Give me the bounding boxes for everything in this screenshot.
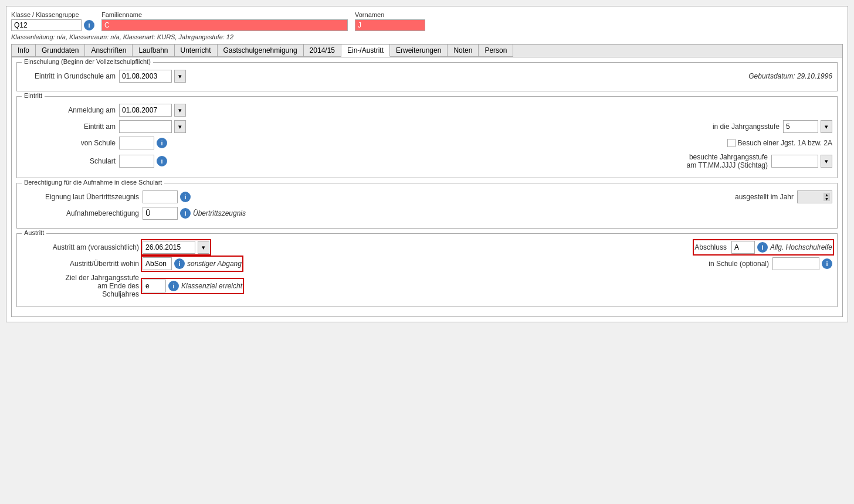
eintritt-grundschule-row: Eintritt in Grundschule am ▾ Geburtsdatu… [22, 70, 832, 83]
austritt-title: Austritt [22, 229, 46, 236]
vornamen-group: Vornamen [355, 11, 425, 31]
jahrgangsstufe-input[interactable] [783, 120, 818, 133]
einschulung-section: Einschulung (Beginn der Vollzeitschulpfl… [16, 62, 838, 91]
familienname-group: Familienname [101, 11, 348, 31]
anmeldung-dropdown[interactable]: ▾ [174, 104, 186, 117]
abschluss-label: Abschluss [694, 243, 727, 251]
tab-ein-austritt[interactable]: Ein-/Austritt [341, 45, 390, 57]
schulart-row: Schulart i besuchte Jahrgangsstufe am TT… [22, 153, 832, 169]
besuch-checkbox[interactable] [727, 139, 736, 147]
ausgestellt-label: ausgestellt im Jahr [711, 193, 794, 201]
eintritt-grundschule-label: Eintritt in Grundschule am [22, 72, 116, 80]
schulart-info-button[interactable]: i [157, 156, 167, 166]
eignung-label: Eignung laut Übertrittszeugnis [22, 193, 139, 201]
eignung-input[interactable] [143, 190, 178, 203]
von-schule-row: von Schule i Besuch einer Jgst. 1A bzw. … [22, 137, 832, 149]
geburtsdatum-text: Geburtsdatum: 29.10.1996 [748, 72, 832, 80]
header: Klasse / Klassengruppe i Familienname Vo… [11, 11, 843, 31]
in-schule-label: in Schule (optional) [675, 260, 769, 268]
austritt-am-input[interactable] [143, 241, 195, 254]
von-schule-label: von Schule [22, 139, 116, 147]
jahrgangsstufe-dropdown[interactable]: ▾ [821, 120, 832, 133]
ausgestellt-input[interactable] [799, 190, 822, 203]
anmeldung-input[interactable] [119, 104, 172, 117]
ausgestellt-spinner: ▲ ▼ [797, 190, 832, 203]
ziel-input[interactable] [143, 280, 166, 292]
klasse-input[interactable] [11, 19, 82, 31]
klasse-info-button[interactable]: i [84, 20, 94, 30]
abschluss-highlight: Abschluss i Allg. Hochschulreife [694, 241, 832, 254]
tab-info[interactable]: Info [12, 45, 36, 57]
tab-noten[interactable]: Noten [448, 45, 479, 57]
austritt-section: Austritt Austritt am (voraussichtlich) ▾… [16, 233, 838, 307]
eignung-info-button[interactable]: i [180, 192, 191, 202]
ziel-info-button[interactable]: i [168, 281, 179, 291]
eintritt-am-label: Eintritt am [22, 122, 116, 131]
ziel-label: Ziel der Jahrgangsstufe [22, 274, 139, 282]
tab-erweiterungen[interactable]: Erweiterungen [390, 45, 448, 57]
abschluss-text: Allg. Hochschulreife [770, 243, 832, 251]
besuchte-label2: am TT.MM.JJJJ (Stichtag) [662, 161, 768, 169]
abschluss-input[interactable] [731, 241, 755, 254]
eintritt-section: Eintritt Anmeldung am ▾ Eintritt am ▾ [16, 96, 838, 178]
austritt-am-row: Austritt am (voraussichtlich) ▾ Abschlus… [22, 241, 832, 254]
tab-grunddaten[interactable]: Grunddaten [36, 45, 85, 57]
tab-unterricht[interactable]: Unterricht [175, 45, 218, 57]
ziel-text: Klassenziel erreicht [181, 282, 242, 290]
besuchte-label: besuchte Jahrgangsstufe [662, 153, 768, 161]
austritt-am-label: Austritt am (voraussichtlich) [22, 243, 139, 251]
austritt-am-highlight: ▾ [143, 241, 209, 254]
wohin-text: sonstiger Abgang [187, 260, 242, 268]
schulart-input[interactable] [119, 155, 154, 168]
aufnahme-label: Aufnahmeberechtigung [22, 209, 139, 217]
spinner-up[interactable]: ▲ [824, 193, 830, 197]
eintritt-am-dropdown[interactable]: ▾ [174, 120, 186, 133]
tab-laufbahn[interactable]: Laufbahn [133, 45, 174, 57]
vornamen-label: Vornamen [355, 11, 425, 18]
in-schule-input[interactable] [772, 257, 819, 270]
wohin-row: Austritt/Übertritt wohin i sonstiger Abg… [22, 257, 832, 270]
ziel-row: Ziel der Jahrgangsstufe am Ende des Schu… [22, 274, 832, 298]
aufnahme-row: Aufnahmeberechtigung i Übertrittszeugnis [22, 207, 832, 220]
wohin-info-button[interactable]: i [174, 258, 185, 269]
tab-2014-15[interactable]: 2014/15 [304, 45, 341, 57]
familienname-label: Familienname [101, 11, 348, 18]
besuch-label: Besuch einer Jgst. 1A bzw. 2A [738, 139, 832, 147]
besuchte-dropdown[interactable]: ▾ [821, 155, 832, 168]
eintritt-title: Eintritt [22, 92, 45, 99]
spinner-down[interactable]: ▼ [824, 197, 830, 201]
von-schule-info-button[interactable]: i [157, 138, 167, 148]
abschluss-info-button[interactable]: i [757, 242, 768, 253]
familienname-input[interactable] [101, 19, 348, 31]
anmeldung-row: Anmeldung am ▾ [22, 104, 832, 117]
subtitle: Klassenleitung: n/a, Klassenraum: n/a, K… [11, 33, 843, 40]
austritt-am-dropdown[interactable]: ▾ [198, 241, 209, 254]
berechtigung-title: Berechtigung für die Aufnahme in diese S… [22, 179, 164, 186]
von-schule-input[interactable] [119, 137, 154, 149]
ziel-highlight: i Klassenziel erreicht [143, 280, 242, 292]
tabs-bar: Info Grunddaten Anschriften Laufbahn Unt… [11, 44, 843, 57]
tab-person[interactable]: Person [479, 45, 513, 57]
aufnahme-text: Übertrittszeugnis [193, 209, 246, 217]
eintritt-grundschule-dropdown[interactable]: ▾ [174, 70, 186, 83]
berechtigung-section: Berechtigung für die Aufnahme in diese S… [16, 183, 838, 229]
einschulung-title: Einschulung (Beginn der Vollzeitschulpfl… [22, 58, 153, 65]
wohin-label: Austritt/Übertritt wohin [22, 260, 139, 268]
vornamen-input[interactable] [355, 19, 425, 31]
wohin-input[interactable] [143, 257, 172, 270]
schulart-label: Schulart [22, 157, 116, 165]
tab-gastschulgenehmigung[interactable]: Gastschulgenehmigung [218, 45, 304, 57]
ziel-label3: Schuljahres [22, 290, 139, 298]
spinner-arrows: ▲ ▼ [824, 193, 830, 201]
wohin-highlight: i sonstiger Abgang [143, 257, 242, 270]
besuchte-input[interactable] [771, 155, 818, 168]
klasse-group: Klasse / Klassengruppe i [11, 11, 94, 31]
eintritt-am-input[interactable] [119, 120, 172, 133]
aufnahme-info-button[interactable]: i [180, 208, 191, 219]
anmeldung-label: Anmeldung am [22, 106, 116, 114]
eintritt-grundschule-input[interactable] [119, 70, 172, 83]
ziel-label2: am Ende des [22, 282, 139, 290]
tab-anschriften[interactable]: Anschriften [85, 45, 133, 57]
aufnahme-input[interactable] [143, 207, 178, 220]
in-schule-info-button[interactable]: i [822, 258, 832, 269]
